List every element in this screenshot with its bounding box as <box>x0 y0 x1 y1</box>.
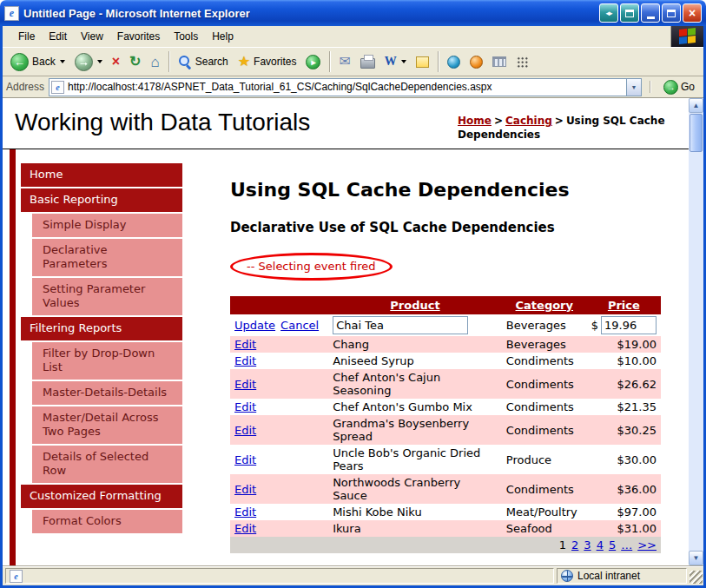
security-zone-panel: Local intranet <box>557 568 687 584</box>
scrollbar-thumb[interactable] <box>690 114 703 152</box>
toolbar-separator <box>329 51 330 72</box>
edit-with-word-button[interactable]: W <box>380 49 411 75</box>
favorites-button[interactable]: ★ Favorites <box>234 49 301 75</box>
research-button[interactable] <box>465 49 487 75</box>
product-category: Beverages <box>502 336 587 353</box>
mail-button[interactable]: ✉ <box>334 49 354 75</box>
sidebar-item-format-colors[interactable]: Format Colors <box>32 510 182 533</box>
pager-next-link[interactable]: >> <box>637 538 657 552</box>
pager-page-3-link[interactable]: 3 <box>584 538 591 552</box>
currency-symbol: $ <box>591 319 598 332</box>
back-button[interactable]: ← Back <box>6 49 69 75</box>
close-button[interactable]: × <box>683 3 702 23</box>
main-content: Using SQL Cache Dependencies Declarative… <box>182 163 689 553</box>
forward-button[interactable]: → <box>70 49 107 75</box>
address-input[interactable]: e http://localhost:4178/ASPNET_Data_Tuto… <box>49 78 642 96</box>
pager-page-2-link[interactable]: 2 <box>571 538 578 552</box>
pager-page-5-link[interactable]: 5 <box>609 538 616 552</box>
address-dropdown-button[interactable]: ▼ <box>626 79 641 96</box>
scroll-down-button[interactable]: ▼ <box>689 551 703 565</box>
edit-link[interactable]: Edit <box>234 453 256 466</box>
discuss-button[interactable] <box>412 49 433 75</box>
edit-link[interactable]: Edit <box>234 483 256 496</box>
edit-link[interactable]: Edit <box>234 354 256 367</box>
address-url[interactable]: http://localhost:4178/ASPNET_Data_Tutori… <box>68 81 623 93</box>
home-button[interactable]: ⌂ <box>146 49 163 75</box>
close-icon: × <box>689 6 696 20</box>
sidebar-navigation: Home Basic Reporting Simple Display Decl… <box>10 163 182 565</box>
scrollbar-track[interactable] <box>689 113 703 551</box>
sort-product-link[interactable]: Product <box>390 299 439 312</box>
messenger-button[interactable] <box>443 49 465 75</box>
menu-edit[interactable]: Edit <box>42 28 74 45</box>
edit-link[interactable]: Edit <box>234 424 256 437</box>
menu-bar: File Edit View Favorites Tools Help <box>3 26 703 47</box>
product-name: Northwoods Cranberry Sauce <box>328 474 502 504</box>
update-link[interactable]: Update <box>234 319 275 332</box>
pager-page-4-link[interactable]: 4 <box>597 538 604 552</box>
bank-toolbar-button[interactable] <box>488 49 511 75</box>
vm-window-button[interactable] <box>620 3 639 23</box>
print-button[interactable] <box>356 49 379 75</box>
chevron-down-icon: ▼ <box>631 84 637 90</box>
edit-link[interactable]: Edit <box>234 505 256 519</box>
breadcrumb-caching-link[interactable]: Caching <box>505 115 552 127</box>
edit-link[interactable]: Edit <box>234 400 256 413</box>
sort-category-link[interactable]: Category <box>516 299 573 312</box>
pager-ellipsis-link[interactable]: … <box>621 538 632 552</box>
menu-items: File Edit View Favorites Tools Help <box>3 26 670 47</box>
title-bar[interactable]: e Untitled Page - Microsoft Internet Exp… <box>0 0 706 26</box>
product-price: $21.35 <box>587 399 661 415</box>
refresh-button[interactable]: ↻ <box>125 49 145 75</box>
maximize-button[interactable] <box>662 3 681 23</box>
menu-favorites[interactable]: Favorites <box>110 28 167 45</box>
sidebar-item-master-detail-two-pages[interactable]: Master/Detail Across Two Pages <box>32 406 182 444</box>
vm-switch-button[interactable]: ◂▸ <box>599 3 618 23</box>
sidebar-item-declarative-parameters[interactable]: Declarative Parameters <box>32 239 182 276</box>
menu-tools[interactable]: Tools <box>167 28 205 45</box>
product-price: $19.00 <box>587 336 661 353</box>
search-button[interactable]: Search <box>174 49 233 75</box>
resize-grip[interactable] <box>690 571 703 584</box>
sidebar-item-details-of-selected-row[interactable]: Details of Selected Row <box>32 446 182 483</box>
dialpad-toolbar-button[interactable] <box>511 49 532 75</box>
menu-view[interactable]: View <box>74 28 110 45</box>
grid-header-price: Price <box>587 296 661 314</box>
restore-icon <box>667 10 676 17</box>
minimize-icon <box>647 17 655 19</box>
cancel-link[interactable]: Cancel <box>280 319 319 332</box>
breadcrumb: Home>Caching>Using SQL Cache Dependencie… <box>458 109 676 142</box>
vertical-scrollbar[interactable]: ▲ ▼ <box>689 98 703 565</box>
product-name-input[interactable] <box>333 316 468 334</box>
sidebar-item-filter-by-dropdown-list[interactable]: Filter by Drop-Down List <box>32 342 182 380</box>
window-frame-icon <box>625 10 634 17</box>
edit-link[interactable]: Edit <box>234 378 256 391</box>
sidebar-item-master-details-details[interactable]: Master-Details-Details <box>32 381 182 405</box>
messenger-icon <box>447 56 460 69</box>
sidebar-item-setting-parameter-values[interactable]: Setting Parameter Values <box>32 278 182 315</box>
go-button[interactable]: → Go <box>658 80 700 95</box>
stop-button[interactable]: × <box>108 49 124 75</box>
left-right-arrows-icon: ◂▸ <box>605 9 611 17</box>
sidebar-item-customized-formatting[interactable]: Customized Formatting <box>21 485 182 508</box>
scroll-up-button[interactable]: ▲ <box>689 98 703 113</box>
sidebar-item-simple-display[interactable]: Simple Display <box>32 214 182 237</box>
site-title: Working with Data Tutorials <box>15 109 310 136</box>
product-category: Produce <box>502 445 587 474</box>
menu-help[interactable]: Help <box>205 28 241 45</box>
media-button[interactable]: ▸ <box>301 49 325 75</box>
product-row: Edit Mishi Kobe Niku Meat/Poultry $97.00 <box>230 504 661 520</box>
minimize-button[interactable] <box>641 3 660 23</box>
edit-link[interactable]: Edit <box>234 338 256 351</box>
sidebar-item-filtering-reports[interactable]: Filtering Reports <box>21 317 182 340</box>
sidebar-item-home[interactable]: Home <box>21 163 182 187</box>
price-input[interactable] <box>601 316 657 334</box>
breadcrumb-home-link[interactable]: Home <box>458 115 492 127</box>
menu-file[interactable]: File <box>11 28 42 45</box>
product-category: Condiments <box>502 415 587 445</box>
sort-price-link[interactable]: Price <box>608 299 640 312</box>
intranet-zone-icon <box>561 570 573 582</box>
back-dropdown-icon <box>60 60 65 63</box>
edit-link[interactable]: Edit <box>234 522 256 535</box>
sidebar-item-basic-reporting[interactable]: Basic Reporting <box>21 188 182 212</box>
